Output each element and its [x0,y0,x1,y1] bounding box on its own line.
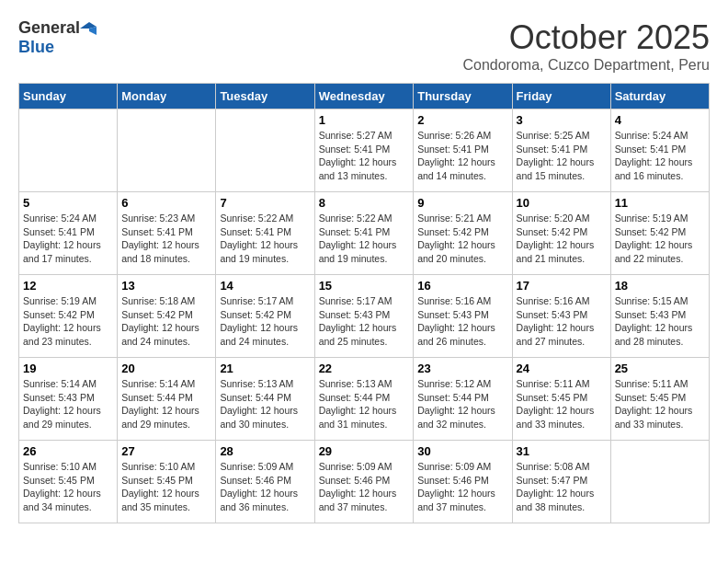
day-number: 28 [220,444,310,458]
weekday-header-monday: Monday [118,84,216,109]
calendar-day-cell: 7Sunrise: 5:22 AM Sunset: 5:41 PM Daylig… [216,192,314,275]
day-info: Sunrise: 5:09 AM Sunset: 5:46 PM Dayligh… [319,460,410,514]
calendar-table: SundayMondayTuesdayWednesdayThursdayFrid… [18,83,710,523]
calendar-day-cell: 21Sunrise: 5:13 AM Sunset: 5:44 PM Dayli… [216,358,314,441]
calendar-day-cell: 15Sunrise: 5:17 AM Sunset: 5:43 PM Dayli… [314,275,414,358]
logo: General Blue [18,18,97,57]
calendar-day-cell: 27Sunrise: 5:10 AM Sunset: 5:45 PM Dayli… [118,441,216,523]
day-info: Sunrise: 5:17 AM Sunset: 5:43 PM Dayligh… [319,294,410,349]
day-info: Sunrise: 5:24 AM Sunset: 5:41 PM Dayligh… [23,212,113,266]
calendar-day-cell: 16Sunrise: 5:16 AM Sunset: 5:43 PM Dayli… [414,275,512,358]
day-number: 13 [121,279,211,293]
calendar-day-cell: 5Sunrise: 5:24 AM Sunset: 5:41 PM Daylig… [19,192,118,275]
day-number: 4 [615,113,705,127]
calendar-day-cell: 3Sunrise: 5:25 AM Sunset: 5:41 PM Daylig… [512,109,610,192]
day-info: Sunrise: 5:08 AM Sunset: 5:47 PM Dayligh… [517,460,607,514]
day-info: Sunrise: 5:14 AM Sunset: 5:43 PM Dayligh… [23,377,113,431]
weekday-header-saturday: Saturday [610,84,709,109]
day-number: 11 [615,196,705,210]
calendar-week-row: 1Sunrise: 5:27 AM Sunset: 5:41 PM Daylig… [19,109,710,192]
day-info: Sunrise: 5:15 AM Sunset: 5:43 PM Dayligh… [615,294,705,349]
title-area: October 2025 Condoroma, Cuzco Department… [462,18,710,74]
day-number: 26 [23,444,113,458]
day-number: 29 [319,444,410,458]
calendar-day-cell: 25Sunrise: 5:11 AM Sunset: 5:45 PM Dayli… [610,358,709,441]
header: General Blue October 2025 Condoroma, Cuz… [18,18,710,74]
empty-cell [118,109,216,192]
location-title: Condoroma, Cuzco Department, Peru [462,57,710,74]
day-info: Sunrise: 5:17 AM Sunset: 5:42 PM Dayligh… [220,294,310,349]
calendar-day-cell: 23Sunrise: 5:12 AM Sunset: 5:44 PM Dayli… [414,358,512,441]
day-number: 31 [517,444,607,458]
calendar-day-cell: 28Sunrise: 5:09 AM Sunset: 5:46 PM Dayli… [216,441,314,523]
calendar-day-cell: 14Sunrise: 5:17 AM Sunset: 5:42 PM Dayli… [216,275,314,358]
day-info: Sunrise: 5:10 AM Sunset: 5:45 PM Dayligh… [23,460,113,514]
day-info: Sunrise: 5:22 AM Sunset: 5:41 PM Dayligh… [319,212,410,266]
day-number: 1 [319,113,410,127]
weekday-header-sunday: Sunday [19,84,118,109]
calendar-day-cell: 4Sunrise: 5:24 AM Sunset: 5:41 PM Daylig… [610,109,709,192]
calendar-day-cell: 31Sunrise: 5:08 AM Sunset: 5:47 PM Dayli… [512,441,610,523]
calendar-day-cell: 13Sunrise: 5:18 AM Sunset: 5:42 PM Dayli… [118,275,216,358]
calendar-day-cell: 24Sunrise: 5:11 AM Sunset: 5:45 PM Dayli… [512,358,610,441]
day-info: Sunrise: 5:09 AM Sunset: 5:46 PM Dayligh… [417,460,507,514]
calendar-day-cell: 22Sunrise: 5:13 AM Sunset: 5:44 PM Dayli… [314,358,414,441]
day-number: 15 [319,279,410,293]
weekday-header-friday: Friday [512,84,610,109]
day-number: 8 [319,196,410,210]
day-info: Sunrise: 5:13 AM Sunset: 5:44 PM Dayligh… [319,377,410,431]
day-info: Sunrise: 5:13 AM Sunset: 5:44 PM Dayligh… [220,377,310,431]
day-number: 9 [417,196,507,210]
day-number: 30 [417,444,507,458]
calendar-day-cell: 19Sunrise: 5:14 AM Sunset: 5:43 PM Dayli… [19,358,118,441]
weekday-header-row: SundayMondayTuesdayWednesdayThursdayFrid… [19,84,710,109]
calendar-day-cell: 11Sunrise: 5:19 AM Sunset: 5:42 PM Dayli… [610,192,709,275]
day-info: Sunrise: 5:11 AM Sunset: 5:45 PM Dayligh… [615,377,705,431]
day-info: Sunrise: 5:25 AM Sunset: 5:41 PM Dayligh… [517,129,607,183]
day-number: 19 [23,362,113,375]
day-info: Sunrise: 5:14 AM Sunset: 5:44 PM Dayligh… [121,377,211,431]
day-info: Sunrise: 5:20 AM Sunset: 5:42 PM Dayligh… [517,212,607,266]
day-number: 24 [517,362,607,375]
empty-cell [19,109,118,192]
day-number: 16 [417,279,507,293]
day-number: 12 [23,279,113,293]
day-info: Sunrise: 5:27 AM Sunset: 5:41 PM Dayligh… [319,129,410,183]
day-info: Sunrise: 5:19 AM Sunset: 5:42 PM Dayligh… [23,294,113,349]
day-info: Sunrise: 5:10 AM Sunset: 5:45 PM Dayligh… [121,460,211,514]
month-title: October 2025 [462,18,710,57]
day-info: Sunrise: 5:18 AM Sunset: 5:42 PM Dayligh… [121,294,211,349]
weekday-header-thursday: Thursday [414,84,512,109]
calendar-day-cell: 18Sunrise: 5:15 AM Sunset: 5:43 PM Dayli… [610,275,709,358]
day-info: Sunrise: 5:12 AM Sunset: 5:44 PM Dayligh… [417,377,507,431]
weekday-header-wednesday: Wednesday [314,84,414,109]
calendar-day-cell: 1Sunrise: 5:27 AM Sunset: 5:41 PM Daylig… [314,109,414,192]
calendar-day-cell: 29Sunrise: 5:09 AM Sunset: 5:46 PM Dayli… [314,441,414,523]
calendar-day-cell: 2Sunrise: 5:26 AM Sunset: 5:41 PM Daylig… [414,109,512,192]
day-info: Sunrise: 5:16 AM Sunset: 5:43 PM Dayligh… [517,294,607,349]
day-number: 10 [517,196,607,210]
calendar-week-row: 19Sunrise: 5:14 AM Sunset: 5:43 PM Dayli… [19,358,710,441]
day-info: Sunrise: 5:23 AM Sunset: 5:41 PM Dayligh… [121,212,211,266]
day-number: 22 [319,362,410,375]
calendar-day-cell: 17Sunrise: 5:16 AM Sunset: 5:43 PM Dayli… [512,275,610,358]
logo-bird-icon [80,22,97,35]
weekday-header-tuesday: Tuesday [216,84,314,109]
day-number: 18 [615,279,705,293]
empty-cell [610,441,709,523]
day-info: Sunrise: 5:24 AM Sunset: 5:41 PM Dayligh… [615,129,705,183]
calendar-day-cell: 12Sunrise: 5:19 AM Sunset: 5:42 PM Dayli… [19,275,118,358]
day-number: 7 [220,196,310,210]
calendar-day-cell: 6Sunrise: 5:23 AM Sunset: 5:41 PM Daylig… [118,192,216,275]
logo-general-text: General [18,18,80,38]
calendar-day-cell: 30Sunrise: 5:09 AM Sunset: 5:46 PM Dayli… [414,441,512,523]
day-number: 2 [417,113,507,127]
calendar-week-row: 5Sunrise: 5:24 AM Sunset: 5:41 PM Daylig… [19,192,710,275]
day-number: 17 [517,279,607,293]
day-number: 21 [220,362,310,375]
calendar-day-cell: 9Sunrise: 5:21 AM Sunset: 5:42 PM Daylig… [414,192,512,275]
calendar-day-cell: 8Sunrise: 5:22 AM Sunset: 5:41 PM Daylig… [314,192,414,275]
calendar-week-row: 26Sunrise: 5:10 AM Sunset: 5:45 PM Dayli… [19,441,710,523]
day-info: Sunrise: 5:11 AM Sunset: 5:45 PM Dayligh… [517,377,607,431]
day-number: 6 [121,196,211,210]
